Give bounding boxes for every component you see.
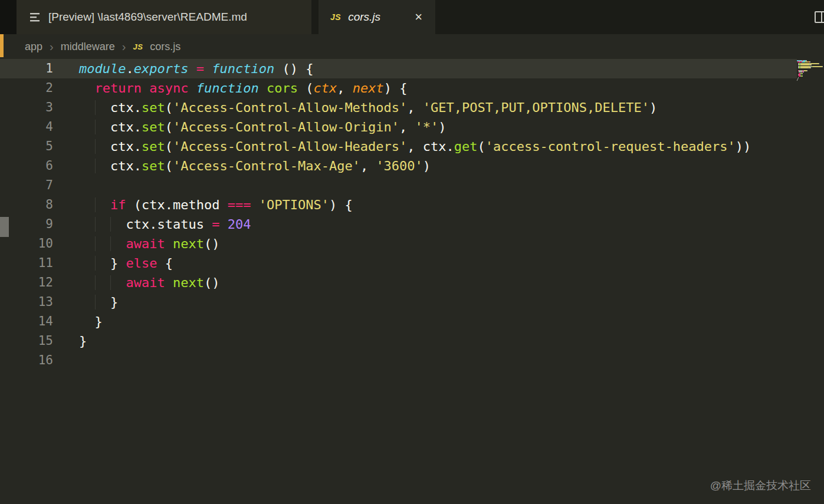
code-text: ctx.set('Access-Control-Allow-Headers', … — [53, 137, 797, 156]
code-line[interactable]: 5 ctx.set('Access-Control-Allow-Headers'… — [0, 137, 797, 156]
line-number[interactable]: 16 — [0, 351, 53, 370]
code-line[interactable]: 2 return async function cors (ctx, next)… — [0, 78, 797, 98]
code-line[interactable]: 1module.exports = function () { — [0, 59, 797, 78]
close-icon[interactable]: × — [413, 11, 424, 24]
code-line[interactable]: 13 } — [0, 292, 797, 312]
line-number[interactable]: 5 — [0, 137, 53, 156]
code-line[interactable]: 7 — [0, 176, 797, 195]
code-text: } — [53, 292, 797, 312]
line-number[interactable]: 7 — [0, 176, 53, 195]
js-icon: JS — [330, 12, 341, 22]
line-number[interactable]: 8 — [0, 195, 53, 215]
left-edge-gray-marker — [0, 217, 9, 237]
code-text: if (ctx.method === 'OPTIONS') { — [53, 195, 797, 215]
line-number[interactable]: 15 — [0, 331, 53, 351]
line-number[interactable]: 3 — [0, 98, 53, 117]
code-line[interactable]: 8 if (ctx.method === 'OPTIONS') { — [0, 195, 797, 215]
line-number[interactable]: 1 — [0, 59, 53, 78]
preview-icon — [28, 11, 41, 24]
code-text: } — [53, 312, 797, 331]
line-number[interactable]: 2 — [0, 78, 53, 98]
editor: 1module.exports = function () {2 return … — [0, 59, 824, 504]
code-text: await next() — [53, 273, 797, 292]
line-number[interactable]: 11 — [0, 253, 53, 273]
watermark: @稀土掘金技术社区 — [710, 478, 811, 493]
line-number[interactable]: 6 — [0, 156, 53, 176]
tab-bar: [Preview] \last4869\server\README.md JS … — [0, 0, 824, 34]
js-icon: JS — [133, 42, 143, 51]
breadcrumb: app › middleware › JS cors.js — [0, 34, 824, 59]
code-text: ctx.set('Access-Control-Allow-Methods', … — [53, 98, 797, 117]
code-line[interactable]: 9 ctx.status = 204 — [0, 215, 797, 234]
minimap[interactable] — [797, 59, 824, 504]
line-number[interactable]: 13 — [0, 292, 53, 312]
code-text: ctx.set('Access-Control-Allow-Origin', '… — [53, 117, 797, 137]
code-line[interactable]: 3 ctx.set('Access-Control-Allow-Methods'… — [0, 98, 797, 117]
tab-label: [Preview] \last4869\server\README.md — [48, 11, 247, 24]
code-text: module.exports = function () { — [53, 59, 797, 78]
code-text: ctx.set('Access-Control-Max-Age', '3600'… — [53, 156, 797, 176]
code-line[interactable]: 14 } — [0, 312, 797, 331]
line-number[interactable]: 12 — [0, 273, 53, 292]
code-line[interactable]: 15} — [0, 331, 797, 351]
code-line[interactable]: 6 ctx.set('Access-Control-Max-Age', '360… — [0, 156, 797, 176]
code-line[interactable]: 11 } else { — [0, 253, 797, 273]
code-text — [53, 351, 797, 370]
tab-bar-left-strip — [0, 0, 17, 34]
tab-cors-js[interactable]: JS cors.js × — [319, 0, 435, 34]
code-line[interactable]: 4 ctx.set('Access-Control-Allow-Origin',… — [0, 117, 797, 137]
chevron-right-icon: › — [50, 41, 54, 52]
line-number[interactable]: 14 — [0, 312, 53, 331]
tab-readme-preview[interactable]: [Preview] \last4869\server\README.md — [17, 0, 311, 34]
code-lines[interactable]: 1module.exports = function () {2 return … — [0, 59, 797, 504]
breadcrumb-item-middleware[interactable]: middleware — [61, 41, 115, 53]
code-text: } else { — [53, 253, 797, 273]
left-edge-orange-marker — [0, 34, 4, 57]
code-text: await next() — [53, 234, 797, 253]
code-text: return async function cors (ctx, next) { — [53, 78, 797, 98]
minimap-content — [797, 60, 824, 83]
code-text — [53, 176, 797, 195]
breadcrumb-item-app[interactable]: app — [25, 41, 42, 53]
tab-label: cors.js — [348, 11, 380, 24]
code-text: ctx.status = 204 — [53, 215, 797, 234]
breadcrumb-item-file[interactable]: cors.js — [150, 41, 180, 53]
code-text: } — [53, 331, 797, 351]
split-editor-icon[interactable] — [815, 11, 824, 23]
code-line[interactable]: 12 await next() — [0, 273, 797, 292]
code-line[interactable]: 10 await next() — [0, 234, 797, 253]
chevron-right-icon: › — [122, 41, 126, 52]
line-number[interactable]: 4 — [0, 117, 53, 137]
code-line[interactable]: 16 — [0, 351, 797, 370]
